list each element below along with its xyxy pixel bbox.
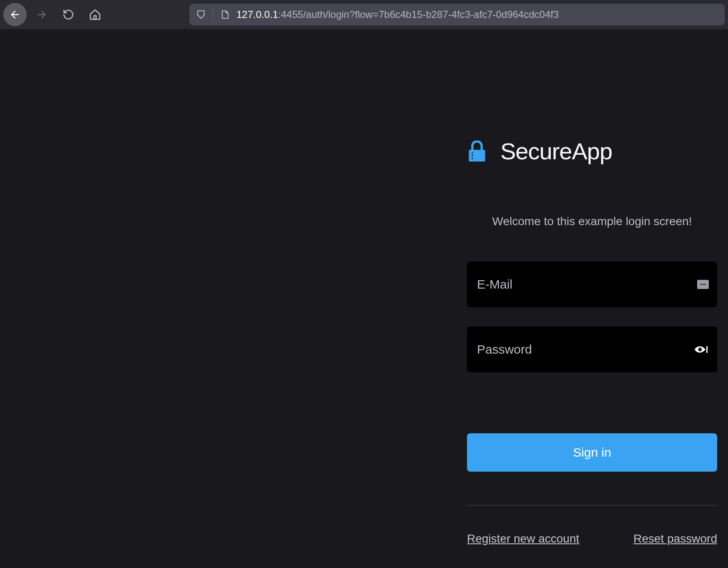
app-title: SecureApp (500, 138, 612, 165)
shield-icon (196, 9, 206, 20)
reload-icon (63, 9, 74, 20)
password-field[interactable] (477, 327, 707, 372)
svg-point-4 (472, 152, 473, 153)
reset-password-link[interactable]: Reset password (633, 532, 717, 545)
signin-button[interactable]: Sign in (467, 433, 717, 472)
address-bar[interactable]: 127.0.0.1:4455/auth/login?flow=7b6c4b15-… (189, 4, 725, 25)
email-field[interactable] (477, 261, 707, 307)
lock-icon (467, 141, 487, 162)
autofill-icon[interactable] (697, 280, 709, 289)
arrow-right-icon (36, 9, 48, 20)
browser-toolbar: 127.0.0.1:4455/auth/login?flow=7b6c4b15-… (0, 0, 728, 29)
reload-button[interactable] (57, 3, 80, 26)
welcome-text: Welcome to this example login screen! (467, 215, 717, 228)
login-panel: SecureApp Welcome to this example login … (467, 138, 717, 545)
svg-rect-12 (706, 346, 708, 353)
address-bar-icons (196, 9, 230, 20)
links-row: Register new account Reset password (467, 532, 717, 545)
page-content: SecureApp Welcome to this example login … (0, 29, 728, 568)
url-host: 127.0.0.1 (236, 9, 278, 20)
home-icon (89, 8, 101, 21)
show-password-icon[interactable] (694, 344, 709, 354)
svg-rect-3 (469, 150, 485, 161)
svg-point-10 (704, 284, 706, 285)
svg-point-6 (472, 158, 473, 159)
arrow-left-icon (9, 9, 21, 20)
email-field-wrap (467, 261, 717, 307)
svg-point-9 (702, 284, 704, 285)
logo-row: SecureApp (467, 138, 717, 165)
svg-point-8 (700, 284, 702, 285)
page-icon (220, 9, 230, 20)
password-field-wrap (467, 327, 717, 372)
forward-button[interactable] (30, 3, 53, 26)
divider (213, 9, 213, 20)
divider-line (467, 505, 717, 505)
url-text: 127.0.0.1:4455/auth/login?flow=7b6c4b15-… (236, 9, 559, 20)
home-button[interactable] (83, 3, 107, 26)
register-link[interactable]: Register new account (467, 532, 579, 545)
svg-point-5 (472, 155, 473, 156)
back-button[interactable] (3, 3, 27, 26)
url-path: :4455/auth/login?flow=7b6c4b15-b287-4fc3… (278, 9, 559, 20)
svg-point-11 (698, 348, 702, 352)
svg-rect-2 (94, 16, 96, 20)
